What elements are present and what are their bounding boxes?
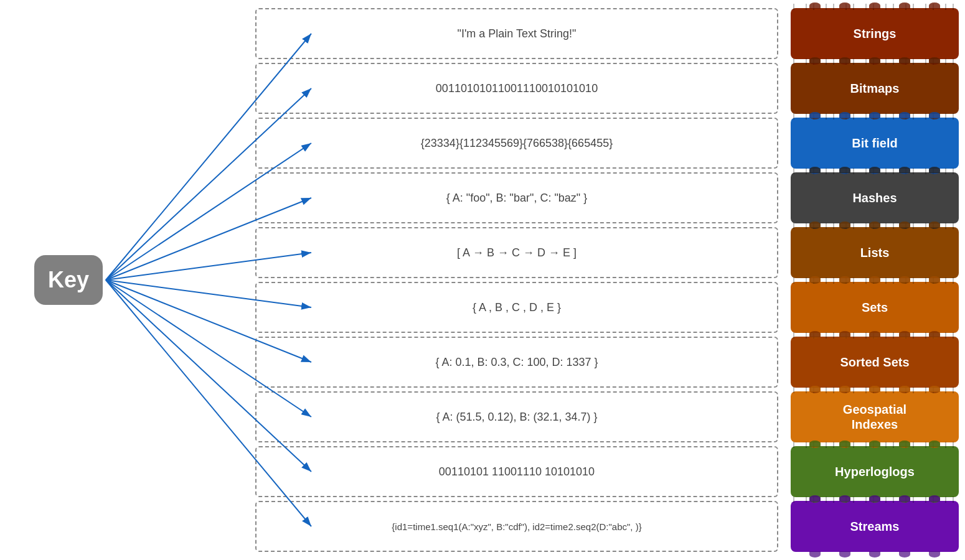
sortedsets-data-row: { A: 0.1, B: 0.3, C: 100, D: 1337 } xyxy=(255,337,778,388)
lego-geospatial: Geospatial Indexes xyxy=(791,391,959,442)
lego-hashes-label: Hashes xyxy=(852,190,897,205)
stud xyxy=(869,222,880,228)
lego-streams: Streams xyxy=(791,501,959,552)
stud xyxy=(809,441,821,447)
stud xyxy=(839,112,850,118)
stud xyxy=(809,222,821,228)
stud-bottom xyxy=(839,551,850,558)
lego-hyperloglogs-label: Hyperloglogs xyxy=(835,464,915,479)
stud xyxy=(899,276,910,282)
stud xyxy=(899,441,910,447)
lists-data-row: [ A → B → C → D → E ] xyxy=(255,227,778,278)
stud xyxy=(839,2,850,9)
streams-data-text: {id1=time1.seq1(A:"xyz", B:"cdf"), id2=t… xyxy=(392,521,641,532)
stud-bottom xyxy=(929,551,940,558)
stud-bottom xyxy=(899,551,910,558)
lego-bitmaps: Bitmaps xyxy=(791,63,959,114)
stud xyxy=(839,57,850,63)
lego-geospatial-label: Geospatial Indexes xyxy=(843,402,906,432)
lego-sets: Sets xyxy=(791,282,959,333)
lego-bitfield-label: Bit field xyxy=(852,136,897,151)
stud xyxy=(839,222,850,228)
stud xyxy=(839,386,850,392)
hyperloglogs-data-text: 00110101 11001110 10101010 xyxy=(439,465,595,478)
lego-sortedsets: Sorted Sets xyxy=(791,337,959,388)
stud xyxy=(929,167,940,173)
stud xyxy=(869,167,880,173)
stud xyxy=(869,386,880,392)
lego-sets-label: Sets xyxy=(862,300,888,315)
lego-strings: Strings xyxy=(791,8,959,59)
data-section: "I'm a Plain Text String!" 0011010101100… xyxy=(255,0,778,560)
stud xyxy=(899,57,910,63)
stud xyxy=(869,112,880,118)
stud-bottom xyxy=(809,551,821,558)
stud xyxy=(929,386,940,392)
stud xyxy=(809,276,821,282)
key-box: Key xyxy=(34,255,103,305)
bitfield-data-text: {23334}{112345569}{766538}{665455} xyxy=(421,137,613,150)
strings-data-row: "I'm a Plain Text String!" xyxy=(255,8,778,59)
bitmaps-data-text: 00110101011001110010101010 xyxy=(436,82,598,95)
main-container: Key "I'm a Plain Text String!" 0011 xyxy=(0,0,965,560)
stud xyxy=(929,331,940,337)
lego-sortedsets-label: Sorted Sets xyxy=(840,355,909,370)
lego-strings-label: Strings xyxy=(854,26,897,41)
stud xyxy=(899,386,910,392)
stud xyxy=(929,57,940,63)
lists-data-text: [ A → B → C → D → E ] xyxy=(457,246,577,259)
sets-data-row: { A , B , C , D , E } xyxy=(255,282,778,333)
stud xyxy=(809,167,821,173)
stud xyxy=(869,276,880,282)
bitfield-data-row: {23334}{112345569}{766538}{665455} xyxy=(255,118,778,169)
stud xyxy=(929,441,940,447)
bitmaps-data-row: 00110101011001110010101010 xyxy=(255,63,778,114)
stud xyxy=(809,331,821,337)
lego-section: Strings Bitmaps xyxy=(791,0,959,560)
lego-bitfield: Bit field xyxy=(791,118,959,169)
stud xyxy=(929,222,940,228)
lego-hyperloglogs: Hyperloglogs xyxy=(791,446,959,497)
hashes-data-text: { A: "foo", B: "bar", C: "baz" } xyxy=(446,192,587,205)
stud xyxy=(839,441,850,447)
stud-bottom xyxy=(869,551,880,558)
lego-hashes: Hashes xyxy=(791,172,959,223)
lego-streams-label: Streams xyxy=(850,519,900,534)
stud xyxy=(899,495,910,502)
stud xyxy=(929,495,940,502)
stud xyxy=(899,2,910,9)
lego-lists-label: Lists xyxy=(860,245,890,260)
stud xyxy=(869,495,880,502)
stud xyxy=(809,112,821,118)
stud xyxy=(839,276,850,282)
hyperloglogs-data-row: 00110101 11001110 10101010 xyxy=(255,446,778,497)
hashes-data-row: { A: "foo", B: "bar", C: "baz" } xyxy=(255,172,778,223)
lego-lists: Lists xyxy=(791,227,959,278)
sets-data-text: { A , B , C , D , E } xyxy=(473,301,561,314)
streams-data-row: {id1=time1.seq1(A:"xyz", B:"cdf"), id2=t… xyxy=(255,501,778,552)
stud xyxy=(809,386,821,392)
stud xyxy=(899,167,910,173)
key-label: Key xyxy=(48,267,89,293)
stud xyxy=(929,112,940,118)
stud xyxy=(809,57,821,63)
geospatial-data-text: { A: (51.5, 0.12), B: (32.1, 34.7) } xyxy=(436,411,597,424)
stud xyxy=(899,222,910,228)
stud xyxy=(839,495,850,502)
stud xyxy=(899,331,910,337)
stud xyxy=(809,2,821,9)
lego-bitmaps-label: Bitmaps xyxy=(850,81,900,96)
stud xyxy=(839,167,850,173)
key-section: Key xyxy=(19,255,118,305)
stud xyxy=(929,276,940,282)
strings-data-text: "I'm a Plain Text String!" xyxy=(458,27,577,40)
stud xyxy=(869,331,880,337)
stud xyxy=(839,331,850,337)
stud xyxy=(869,57,880,63)
stud xyxy=(869,2,880,9)
sortedsets-data-text: { A: 0.1, B: 0.3, C: 100, D: 1337 } xyxy=(435,356,598,369)
stud xyxy=(809,495,821,502)
geospatial-data-row: { A: (51.5, 0.12), B: (32.1, 34.7) } xyxy=(255,391,778,442)
stud xyxy=(899,112,910,118)
stud xyxy=(929,2,940,9)
